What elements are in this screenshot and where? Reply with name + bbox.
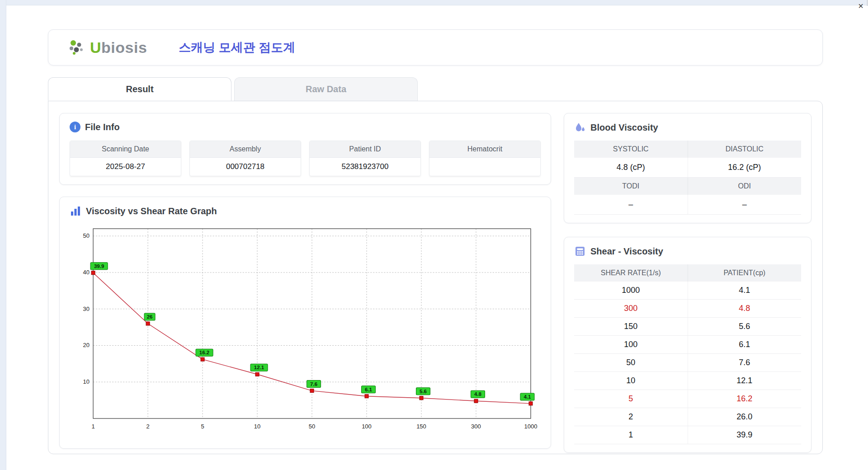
- file-info-title: File Info: [85, 122, 120, 132]
- shear-rate-cell: 1: [574, 426, 688, 444]
- svg-text:5.6: 5.6: [420, 389, 427, 394]
- blood-viscosity-title: Blood Viscosity: [590, 122, 658, 133]
- bv-value-diastolic: 16.2 (cP): [688, 158, 802, 177]
- svg-text:30: 30: [83, 306, 90, 312]
- svg-text:26: 26: [147, 314, 153, 320]
- info-icon: i: [70, 122, 80, 132]
- patient-viscosity-cell: 4.1: [688, 282, 802, 299]
- field-value: 52381923700: [310, 158, 420, 176]
- graph-title: Viscosity vs Shear Rate Graph: [86, 206, 217, 216]
- bv-header-diastolic: DIASTOLIC: [688, 141, 802, 158]
- shear-rate-cell: 100: [574, 336, 688, 353]
- shear-rate-cell: 50: [574, 354, 688, 371]
- table-row: 139.9: [574, 426, 801, 444]
- field-label: Patient ID: [310, 141, 420, 158]
- field-scanning-date: Scanning Date 2025-08-27: [70, 141, 181, 176]
- patient-viscosity-cell: 16.2: [688, 390, 802, 408]
- shear-viscosity-title: Shear - Viscosity: [590, 246, 663, 257]
- bv-value-row: – –: [574, 195, 801, 215]
- bv-header-row: SYSTOLIC DIASTOLIC: [574, 141, 801, 158]
- viscosity-graph-card: Viscosity vs Shear Rate Graph 1020304050…: [59, 197, 551, 449]
- viscosity-chart: 10203040501251050100150300100039.92616.2…: [70, 221, 541, 438]
- field-label: Hematocrit: [429, 141, 540, 158]
- svg-text:20: 20: [83, 342, 90, 348]
- svg-text:1: 1: [91, 423, 94, 430]
- tab-result[interactable]: Result: [48, 77, 231, 101]
- file-info-title-row: i File Info: [70, 122, 541, 132]
- patient-viscosity-cell: 7.6: [688, 354, 802, 371]
- shear-rate-cell: 300: [574, 300, 688, 317]
- ubiosis-logo: Ubiosis: [67, 38, 147, 56]
- svg-text:4.1: 4.1: [524, 394, 531, 400]
- table-row: 226.0: [574, 408, 801, 426]
- bv-value-row: 4.8 (cP) 16.2 (cP): [574, 158, 801, 178]
- patient-viscosity-cell: 6.1: [688, 336, 802, 353]
- left-column: i File Info Scanning Date 2025-08-27 Ass…: [59, 113, 551, 442]
- bv-header-odi: ODI: [688, 178, 802, 195]
- page-title: 스캐닝 모세관 점도계: [179, 39, 295, 56]
- field-value: [429, 158, 540, 176]
- right-column: Blood Viscosity SYSTOLIC DIASTOLIC 4.8 (…: [564, 113, 811, 442]
- tab-bar: Result Raw Data: [48, 77, 823, 101]
- sv-header-shear-rate: SHEAR RATE(1/s): [574, 264, 688, 282]
- bar-chart-icon: [70, 205, 81, 217]
- header-card: Ubiosis 스캐닝 모세관 점도계: [48, 29, 823, 66]
- shear-rate-cell: 10: [574, 372, 688, 390]
- table-row: 3004.8: [574, 300, 801, 318]
- field-patient-id: Patient ID 52381923700: [309, 141, 421, 176]
- brand-rest: biosis: [101, 39, 147, 56]
- blood-viscosity-table: SYSTOLIC DIASTOLIC 4.8 (cP) 16.2 (cP) TO…: [574, 141, 801, 215]
- result-panel: i File Info Scanning Date 2025-08-27 Ass…: [48, 101, 823, 454]
- field-hematocrit: Hematocrit: [429, 141, 541, 176]
- shear-rate-cell: 150: [574, 318, 688, 335]
- patient-viscosity-cell: 5.6: [688, 318, 802, 335]
- svg-text:4.8: 4.8: [474, 391, 482, 397]
- brand-letter-u: U: [90, 39, 101, 56]
- close-icon[interactable]: ×: [858, 1, 863, 11]
- table-grid-icon: [574, 245, 586, 257]
- ubiosis-logo-icon: [67, 38, 85, 56]
- table-row: 1505.6: [574, 318, 801, 336]
- graph-title-row: Viscosity vs Shear Rate Graph: [70, 205, 541, 217]
- svg-text:50: 50: [83, 232, 90, 239]
- svg-text:2: 2: [146, 423, 149, 430]
- field-label: Assembly: [190, 141, 301, 158]
- brand-text: Ubiosis: [90, 39, 147, 56]
- sv-header-row: SHEAR RATE(1/s) PATIENT(cp): [574, 264, 801, 282]
- window-top-strip: [0, 0, 868, 5]
- patient-viscosity-cell: 4.8: [688, 300, 802, 317]
- svg-text:150: 150: [416, 423, 426, 430]
- svg-text:300: 300: [471, 423, 481, 430]
- bv-header-systolic: SYSTOLIC: [574, 141, 688, 158]
- table-row: 1006.1: [574, 336, 801, 354]
- tab-raw-data[interactable]: Raw Data: [234, 77, 418, 101]
- bv-value-systolic: 4.8 (cP): [574, 158, 688, 177]
- shear-viscosity-table: SHEAR RATE(1/s) PATIENT(cp) 10004.13004.…: [574, 264, 801, 444]
- window-left-strip: [0, 0, 6, 470]
- svg-text:5: 5: [201, 423, 204, 430]
- main-window: Ubiosis 스캐닝 모세관 점도계 Result Raw Data i Fi…: [6, 6, 868, 470]
- svg-text:10: 10: [83, 378, 90, 385]
- svg-text:39.9: 39.9: [94, 263, 104, 269]
- file-info-fields: Scanning Date 2025-08-27 Assembly 000702…: [70, 141, 541, 176]
- patient-viscosity-cell: 12.1: [688, 372, 802, 390]
- blood-viscosity-card: Blood Viscosity SYSTOLIC DIASTOLIC 4.8 (…: [564, 113, 811, 223]
- field-value: 000702718: [190, 158, 301, 176]
- table-row: 516.2: [574, 390, 801, 408]
- shear-rate-cell: 1000: [574, 282, 688, 299]
- shear-rate-cell: 5: [574, 390, 688, 408]
- shear-rate-cell: 2: [574, 408, 688, 426]
- svg-text:12.1: 12.1: [254, 365, 264, 370]
- table-row: 507.6: [574, 354, 801, 372]
- svg-text:1000: 1000: [524, 423, 537, 430]
- svg-text:16.2: 16.2: [199, 350, 209, 355]
- sv-header-patient: PATIENT(cp): [688, 264, 802, 282]
- svg-text:40: 40: [83, 269, 90, 276]
- svg-text:7.6: 7.6: [310, 381, 317, 387]
- svg-text:100: 100: [362, 423, 372, 430]
- file-info-card: i File Info Scanning Date 2025-08-27 Ass…: [59, 113, 551, 185]
- table-row: 10004.1: [574, 282, 801, 300]
- field-assembly: Assembly 000702718: [189, 141, 301, 176]
- svg-text:10: 10: [254, 423, 260, 430]
- bv-value-odi: –: [688, 195, 802, 214]
